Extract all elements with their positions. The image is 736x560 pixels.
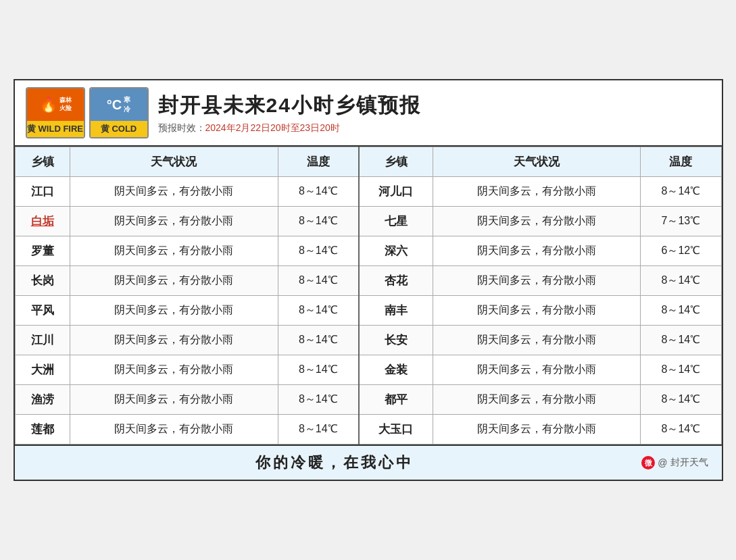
temp-right: 8～14℃	[641, 177, 721, 207]
weather-right: 阴天间多云，有分散小雨	[433, 385, 641, 415]
cold-char1: 寒	[124, 95, 130, 105]
fire-icon: 🔥	[39, 96, 57, 113]
col-header-temp-left: 温度	[278, 147, 359, 177]
cold-text: 寒 冷	[124, 95, 130, 114]
subtitle-label: 预报时效：	[158, 122, 205, 133]
wildfire-text: 森林 火险	[59, 97, 72, 112]
table-header-row: 乡镇 天气状况 温度 乡镇 天气状况 温度	[15, 147, 721, 177]
town-right: 南丰	[359, 296, 433, 326]
temp-left: 8～14℃	[278, 207, 359, 236]
forecast-period: 预报时效：2024年2月22日20时至23日20时	[158, 122, 711, 134]
weather-right: 阴天间多云，有分散小雨	[433, 177, 641, 207]
table-row: 罗董 阴天间多云，有分散小雨 8～14℃ 深六 阴天间多云，有分散小雨 6～12…	[15, 236, 721, 266]
temp-right: 8～14℃	[641, 355, 721, 385]
temp-right: 8～14℃	[641, 326, 721, 355]
weather-left: 阴天间多云，有分散小雨	[70, 296, 278, 326]
title-block: 封开县未来24小时乡镇预报 预报时效：2024年2月22日20时至23日20时	[158, 92, 711, 134]
col-header-temp-right: 温度	[641, 147, 721, 177]
cold-badge: °C 寒 冷 黄 COLD	[89, 87, 149, 138]
temp-left: 8～14℃	[278, 177, 359, 207]
wildfire-badge-top: 🔥 森林 火险	[27, 88, 84, 121]
temp-left: 8～14℃	[278, 385, 359, 415]
temp-right: 8～14℃	[641, 296, 721, 326]
table-row: 平风 阴天间多云，有分散小雨 8～14℃ 南丰 阴天间多云，有分散小雨 8～14…	[15, 296, 721, 326]
weather-right: 阴天间多云，有分散小雨	[433, 236, 641, 266]
temp-right: 8～14℃	[641, 415, 721, 444]
weibo-icon: 微	[641, 456, 655, 469]
col-header-town-right: 乡镇	[359, 147, 433, 177]
temp-left: 8～14℃	[278, 266, 359, 296]
col-header-weather-left: 天气状况	[70, 147, 278, 177]
forecast-table: 乡镇 天气状况 温度 乡镇 天气状况 温度 江口 阴天间多云，有分散小雨 8～1…	[15, 147, 722, 444]
temp-left: 8～14℃	[278, 355, 359, 385]
col-header-weather-right: 天气状况	[433, 147, 641, 177]
weather-left: 阴天间多云，有分散小雨	[70, 207, 278, 236]
town-right: 大玉口	[359, 415, 433, 444]
town-left: 白垢	[15, 207, 70, 236]
weather-right: 阴天间多云，有分散小雨	[433, 296, 641, 326]
page-title: 封开县未来24小时乡镇预报	[158, 92, 711, 120]
weather-left: 阴天间多云，有分散小雨	[70, 385, 278, 415]
footer-account: 微 @封开天气	[641, 456, 708, 469]
weather-left: 阴天间多云，有分散小雨	[70, 326, 278, 355]
warning-badges: 🔥 森林 火险 黄 WILD FIRE °C 寒 冷	[26, 87, 149, 138]
temp-right: 8～14℃	[641, 385, 721, 415]
town-left: 平风	[15, 296, 70, 326]
town-right: 金装	[359, 355, 433, 385]
main-card: 🔥 森林 火险 黄 WILD FIRE °C 寒 冷	[14, 79, 723, 481]
account-prefix: @	[658, 457, 667, 468]
temp-left: 8～14℃	[278, 326, 359, 355]
footer-slogan: 你的冷暖，在我心中	[28, 453, 642, 473]
town-right: 杏花	[359, 266, 433, 296]
account-name: 封开天气	[670, 457, 708, 469]
temp-left: 8～14℃	[278, 415, 359, 444]
table-row: 白垢 阴天间多云，有分散小雨 8～14℃ 七星 阴天间多云，有分散小雨 7～13…	[15, 207, 721, 236]
degree-symbol: °C	[107, 97, 122, 113]
forest-label: 森林	[59, 97, 72, 105]
cold-badge-top: °C 寒 冷	[91, 88, 147, 121]
town-right: 深六	[359, 236, 433, 266]
wildfire-badge: 🔥 森林 火险 黄 WILD FIRE	[26, 87, 85, 138]
temp-left: 8～14℃	[278, 296, 359, 326]
cold-char2: 冷	[124, 105, 130, 114]
temp-right: 6～12℃	[641, 236, 721, 266]
cold-level: 黄 COLD	[91, 121, 147, 137]
temp-right: 7～13℃	[641, 207, 721, 236]
weather-left: 阴天间多云，有分散小雨	[70, 177, 278, 207]
town-left: 长岗	[15, 266, 70, 296]
town-left: 大洲	[15, 355, 70, 385]
table-row: 长岗 阴天间多云，有分散小雨 8～14℃ 杏花 阴天间多云，有分散小雨 8～14…	[15, 266, 721, 296]
col-header-town-left: 乡镇	[15, 147, 70, 177]
town-right: 都平	[359, 385, 433, 415]
wildfire-level: 黄 WILD FIRE	[27, 121, 84, 137]
table-row: 江口 阴天间多云，有分散小雨 8～14℃ 河儿口 阴天间多云，有分散小雨 8～1…	[15, 177, 721, 207]
weather-right: 阴天间多云，有分散小雨	[433, 326, 641, 355]
town-left: 罗董	[15, 236, 70, 266]
subtitle-value: 2024年2月22日20时至23日20时	[205, 122, 340, 133]
table-row: 江川 阴天间多云，有分散小雨 8～14℃ 长安 阴天间多云，有分散小雨 8～14…	[15, 326, 721, 355]
temp-right: 8～14℃	[641, 266, 721, 296]
temp-left: 8～14℃	[278, 236, 359, 266]
town-right: 河儿口	[359, 177, 433, 207]
town-left: 江川	[15, 326, 70, 355]
town-left: 渔涝	[15, 385, 70, 415]
weather-left: 阴天间多云，有分散小雨	[70, 266, 278, 296]
table-row: 大洲 阴天间多云，有分散小雨 8～14℃ 金装 阴天间多云，有分散小雨 8～14…	[15, 355, 721, 385]
weather-left: 阴天间多云，有分散小雨	[70, 355, 278, 385]
town-left: 江口	[15, 177, 70, 207]
weather-right: 阴天间多云，有分散小雨	[433, 207, 641, 236]
weather-right: 阴天间多云，有分散小雨	[433, 355, 641, 385]
footer: 你的冷暖，在我心中 微 @封开天气	[15, 444, 722, 480]
weather-left: 阴天间多云，有分散小雨	[70, 236, 278, 266]
town-right: 七星	[359, 207, 433, 236]
weather-right: 阴天间多云，有分散小雨	[433, 415, 641, 444]
table-row: 莲都 阴天间多云，有分散小雨 8～14℃ 大玉口 阴天间多云，有分散小雨 8～1…	[15, 415, 721, 444]
fire-label: 火险	[59, 105, 72, 113]
town-left: 莲都	[15, 415, 70, 444]
weather-right: 阴天间多云，有分散小雨	[433, 266, 641, 296]
table-row: 渔涝 阴天间多云，有分散小雨 8～14℃ 都平 阴天间多云，有分散小雨 8～14…	[15, 385, 721, 415]
town-right: 长安	[359, 326, 433, 355]
weather-left: 阴天间多云，有分散小雨	[70, 415, 278, 444]
header: 🔥 森林 火险 黄 WILD FIRE °C 寒 冷	[15, 80, 722, 147]
